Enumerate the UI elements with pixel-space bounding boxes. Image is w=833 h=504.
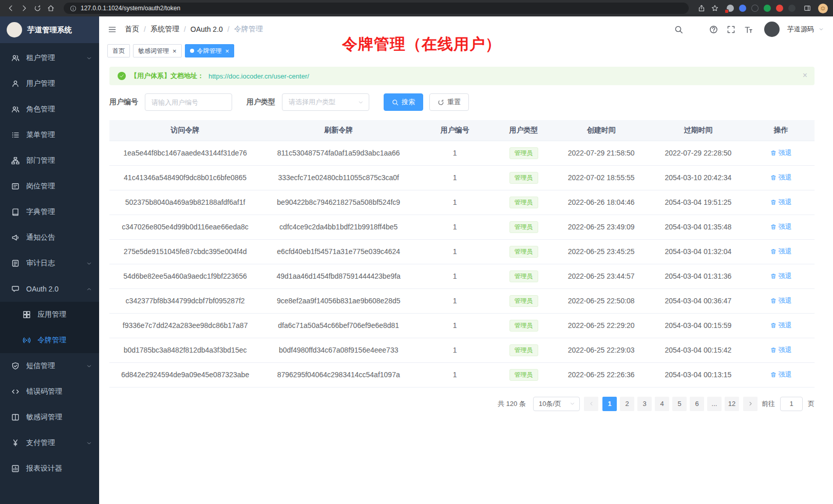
sidebar: 芋道管理系统 租户管理用户管理角色管理菜单管理部门管理岗位管理字典管理通知公告审… xyxy=(0,16,99,504)
github-icon[interactable] xyxy=(691,25,701,34)
breadcrumb-item[interactable]: 系统管理 xyxy=(150,25,179,34)
page-button[interactable]: 1 xyxy=(602,397,617,411)
browser-toolbar: 127.0.0.1:1024/system/oauth2/token ☺ xyxy=(0,0,833,16)
sidebar-item[interactable]: 岗位管理 xyxy=(0,173,99,199)
address-bar[interactable]: 127.0.0.1:1024/system/oauth2/token xyxy=(64,3,689,14)
sidebar-item[interactable]: 报表设计器 xyxy=(0,456,99,481)
total-count: 共 120 条 xyxy=(498,399,526,409)
sidebar-item[interactable]: 应用管理 xyxy=(0,302,99,327)
access-token-cell: 54d6be82ee5a460a9aedc1f9bf223656 xyxy=(109,264,261,288)
access-token-cell: 502375b8040a469a9b82188afdf6af1f xyxy=(109,190,261,215)
tab-item[interactable]: 令牌管理× xyxy=(185,44,235,57)
column-header: 过期时间 xyxy=(649,120,747,141)
page-button[interactable]: 2 xyxy=(620,397,634,411)
sidebar-item[interactable]: 错误码管理 xyxy=(0,379,99,404)
tab-item[interactable]: 首页 xyxy=(107,44,130,57)
expire-time-cell: 2054-03-04 01:32:04 xyxy=(649,239,747,264)
breadcrumb-item[interactable]: 首页 xyxy=(125,25,139,34)
chevron-right-icon xyxy=(748,401,753,406)
force-logout-button[interactable]: 强退 xyxy=(770,296,792,305)
site-info-icon[interactable] xyxy=(70,5,77,12)
sidebar-item[interactable]: 租户管理 xyxy=(0,45,99,71)
user-id-input[interactable] xyxy=(145,93,232,111)
force-logout-button[interactable]: 强退 xyxy=(770,345,792,355)
side-panel-icon[interactable] xyxy=(802,3,813,14)
close-icon[interactable]: × xyxy=(173,48,177,54)
search-icon[interactable] xyxy=(674,25,684,34)
sidebar-item[interactable]: 令牌管理 xyxy=(0,327,99,353)
sidebar-item[interactable]: OAuth 2.0 xyxy=(0,276,99,302)
page-button[interactable]: 5 xyxy=(672,397,687,411)
user-id-cell: 1 xyxy=(416,362,494,387)
more-pages-button[interactable]: ... xyxy=(707,397,722,411)
sidebar-item[interactable]: 字典管理 xyxy=(0,199,99,225)
force-logout-button[interactable]: 强退 xyxy=(770,272,792,281)
font-size-icon[interactable] xyxy=(744,25,753,34)
sidebar-item[interactable]: 角色管理 xyxy=(0,96,99,122)
goto-page-input[interactable] xyxy=(780,397,803,411)
back-icon[interactable] xyxy=(5,3,16,14)
force-logout-button[interactable]: 强退 xyxy=(770,222,792,231)
sidebar-item-label: 敏感词管理 xyxy=(26,413,92,422)
extension-icon[interactable] xyxy=(727,5,734,12)
extension-icon[interactable] xyxy=(788,5,796,12)
page-size-select[interactable]: 10条/页 xyxy=(533,397,580,411)
doc-link[interactable]: https://doc.iocoder.cn/user-center/ xyxy=(209,72,309,80)
user-id-cell: 1 xyxy=(416,239,494,264)
page-button[interactable]: 4 xyxy=(655,397,669,411)
forward-icon[interactable] xyxy=(18,3,30,14)
reload-icon[interactable] xyxy=(32,3,43,14)
close-icon[interactable]: × xyxy=(803,71,807,80)
sidebar-item[interactable]: 菜单管理 xyxy=(0,122,99,148)
expire-time-cell: 2054-03-04 19:51:25 xyxy=(649,190,747,215)
user-type-badge: 管理员 xyxy=(509,270,538,282)
extension-icon[interactable] xyxy=(751,5,759,12)
page-button[interactable]: 3 xyxy=(637,397,652,411)
action-cell: 强退 xyxy=(748,264,815,288)
force-logout-button[interactable]: 强退 xyxy=(770,321,792,330)
action-cell: 强退 xyxy=(748,288,815,313)
users-icon xyxy=(11,105,20,113)
sidebar-item[interactable]: 敏感词管理 xyxy=(0,404,99,430)
bookmark-star-icon[interactable] xyxy=(709,3,721,14)
sidebar-item[interactable]: 短信管理 xyxy=(0,353,99,379)
search-button[interactable]: 搜索 xyxy=(384,93,423,111)
created-time-cell: 2022-06-25 23:44:57 xyxy=(554,264,649,288)
extension-icon[interactable] xyxy=(764,5,771,12)
user-type-select[interactable]: 请选择用户类型 xyxy=(282,93,369,111)
sidebar-item-label: OAuth 2.0 xyxy=(26,285,80,293)
next-page-button[interactable] xyxy=(743,397,758,411)
user-name[interactable]: 芋道源码 xyxy=(787,25,814,34)
page-button[interactable]: 6 xyxy=(690,397,704,411)
table-row: 41c41346a548490f9dc8b01c6bfe0865333ecfc7… xyxy=(109,165,815,190)
force-logout-button[interactable]: 强退 xyxy=(770,247,792,256)
tab-item[interactable]: 敏感词管理× xyxy=(133,44,182,57)
sidebar-item[interactable]: 通知公告 xyxy=(0,225,99,250)
user-avatar[interactable] xyxy=(764,22,780,37)
collapse-menu-icon[interactable] xyxy=(107,25,117,34)
fullscreen-icon[interactable] xyxy=(726,25,736,34)
force-logout-button[interactable]: 强退 xyxy=(770,198,792,207)
force-logout-button[interactable]: 强退 xyxy=(770,370,792,379)
expire-time-cell: 2054-03-04 00:13:15 xyxy=(649,362,747,387)
close-icon[interactable]: × xyxy=(225,48,230,54)
help-icon[interactable] xyxy=(709,25,718,34)
page-button[interactable]: 12 xyxy=(725,397,739,411)
share-icon[interactable] xyxy=(696,3,707,14)
force-logout-button[interactable]: 强退 xyxy=(770,148,792,158)
app-logo[interactable]: 芋道管理系统 xyxy=(0,16,99,43)
sidebar-item[interactable]: 部门管理 xyxy=(0,148,99,173)
reset-button[interactable]: 重置 xyxy=(429,93,469,111)
sidebar-item[interactable]: 支付管理 xyxy=(0,430,99,456)
browser-profile-avatar[interactable]: ☺ xyxy=(818,4,828,13)
extension-icon[interactable] xyxy=(739,5,746,12)
sidebar-item-label: 租户管理 xyxy=(26,53,80,63)
force-logout-button[interactable]: 强退 xyxy=(770,173,792,182)
sidebar-item[interactable]: 审计日志 xyxy=(0,250,99,276)
home-icon[interactable] xyxy=(45,3,56,14)
breadcrumb-item[interactable]: OAuth 2.0 xyxy=(191,25,223,33)
sidebar-item[interactable]: 用户管理 xyxy=(0,71,99,96)
prev-page-button[interactable] xyxy=(584,397,598,411)
force-logout-label: 强退 xyxy=(779,222,792,231)
extension-icon[interactable] xyxy=(776,5,783,12)
